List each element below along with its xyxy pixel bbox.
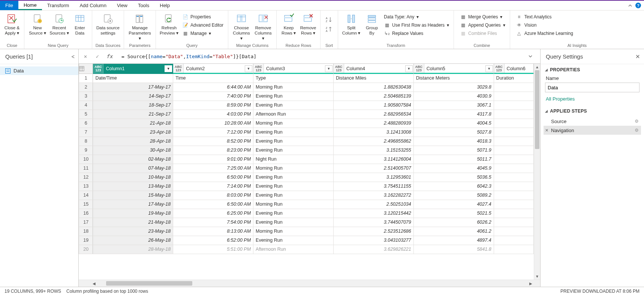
datatype-icon[interactable]: ABC123 xyxy=(253,64,264,74)
row-number[interactable]: 14 xyxy=(79,191,93,200)
cell[interactable]: 5027.8 xyxy=(413,128,494,137)
gear-icon[interactable]: ⚙ xyxy=(635,119,639,124)
table-row[interactable]: 1415-May-188:03:00 PMEvening Run3.162282… xyxy=(79,191,534,200)
column-filter-icon[interactable]: ▼ xyxy=(485,65,493,72)
cell[interactable] xyxy=(494,128,533,137)
cell[interactable]: 3.12953601 xyxy=(333,173,413,182)
replace-values-button[interactable]: ↳₂Replace Values xyxy=(382,29,451,38)
cell[interactable]: Evening Run xyxy=(253,182,334,191)
cell[interactable]: 23-Apr-18 xyxy=(93,128,173,137)
close-apply-button[interactable]: Close & Apply ▾ xyxy=(2,12,22,36)
data-grid[interactable]: ABC123 Column1 ▼ ABC123 Column2 ▼ xyxy=(79,64,534,280)
vertical-scrollbar[interactable]: ▲ ▼ xyxy=(534,64,540,280)
cell[interactable]: 02-May-18 xyxy=(93,155,173,164)
cell[interactable]: Duration xyxy=(494,74,533,83)
row-number[interactable]: 20 xyxy=(79,245,93,254)
remove-rows-button[interactable]: Remove Rows ▾ xyxy=(298,12,318,36)
row-number[interactable]: 7 xyxy=(79,128,93,137)
cell[interactable]: 4897.4 xyxy=(413,236,494,245)
cell[interactable]: 15-May-18 xyxy=(93,191,173,200)
properties-button[interactable]: 📄Properties xyxy=(180,13,226,21)
scroll-thumb[interactable] xyxy=(535,70,539,149)
scroll-up-icon[interactable]: ▲ xyxy=(534,64,540,70)
cell[interactable]: 3029.8 xyxy=(413,83,494,92)
cell[interactable]: 17-May-18 xyxy=(93,200,173,209)
table-row[interactable]: 217-May-176:44:00 AMMorning Run1.8826304… xyxy=(79,83,534,92)
cell[interactable]: 8:13:00 AM xyxy=(173,227,253,236)
collapse-icon[interactable]: ◢ xyxy=(545,68,548,72)
table-row[interactable]: 1313-May-187:14:00 PMEvening Run3.754511… xyxy=(79,182,534,191)
cell[interactable]: 6:50:00 PM xyxy=(173,173,253,182)
table-row[interactable]: 723-Apr-187:12:00 PMEvening Run3.1241300… xyxy=(79,128,534,137)
cell[interactable]: 9:01:00 PM xyxy=(173,155,253,164)
row-number[interactable]: 11 xyxy=(79,164,93,173)
cell[interactable]: 4004.5 xyxy=(413,119,494,128)
cell[interactable] xyxy=(494,218,533,227)
menu-add-column[interactable]: Add Column xyxy=(74,1,112,10)
row-number[interactable]: 5 xyxy=(79,110,93,119)
cell[interactable]: 28-Apr-18 xyxy=(93,137,173,146)
cell[interactable]: Evening Run xyxy=(253,218,334,227)
collapse-icon[interactable]: ◢ xyxy=(545,109,548,113)
cell[interactable] xyxy=(494,119,533,128)
cell[interactable] xyxy=(494,209,533,218)
cell[interactable]: 4061.2 xyxy=(413,227,494,236)
row-number[interactable]: 13 xyxy=(79,182,93,191)
cell[interactable]: 3.120215442 xyxy=(333,209,413,218)
column-header-5[interactable]: ABC123 Column5 ▼ xyxy=(413,64,494,74)
row-number[interactable]: 17 xyxy=(79,218,93,227)
formula-expand-icon[interactable] xyxy=(528,54,537,59)
column-header-6[interactable]: ABC123 Column6 xyxy=(494,64,533,74)
cell[interactable] xyxy=(494,191,533,200)
cell[interactable] xyxy=(494,92,533,101)
cell[interactable]: 6:52:00 PM xyxy=(173,236,253,245)
text-analytics-button[interactable]: ≡Text Analytics xyxy=(514,13,575,21)
cell[interactable]: 3.043103277 xyxy=(333,236,413,245)
cell[interactable]: 5841.8 xyxy=(413,245,494,254)
remove-columns-button[interactable]: Remove Columns ▾ xyxy=(252,12,274,41)
cell[interactable]: Morning Run xyxy=(253,119,334,128)
column-filter-icon[interactable]: ▼ xyxy=(245,65,252,72)
cell[interactable]: 19-May-18 xyxy=(93,209,173,218)
cell[interactable]: Time xyxy=(173,74,253,83)
table-row[interactable]: 2028-May-185:51:00 PMAfternoon Run3.6298… xyxy=(79,245,534,254)
query-name-input[interactable] xyxy=(545,83,640,92)
cell[interactable]: 8:03:00 PM xyxy=(173,191,253,200)
keep-rows-button[interactable]: Keep Rows ▾ xyxy=(279,12,298,36)
menu-view[interactable]: View xyxy=(112,1,133,10)
column-header-2[interactable]: ABC123 Column2 ▼ xyxy=(173,64,253,74)
cell[interactable]: 5021.5 xyxy=(413,209,494,218)
cell[interactable]: Afternoon Run xyxy=(253,245,334,254)
cell[interactable]: 8:23:00 PM xyxy=(173,146,253,155)
cell[interactable]: Morning Run xyxy=(253,164,334,173)
cell[interactable]: 14-Sep-17 xyxy=(93,92,173,101)
row-number[interactable]: 8 xyxy=(79,137,93,146)
row-number[interactable]: 12 xyxy=(79,173,93,182)
datatype-icon[interactable]: ABC123 xyxy=(93,64,103,74)
cell[interactable]: Type xyxy=(253,74,334,83)
cell[interactable]: Distance Meters xyxy=(413,74,494,83)
cell[interactable] xyxy=(494,155,533,164)
menu-tools[interactable]: Tools xyxy=(133,1,154,10)
cell[interactable]: 6:25:00 PM xyxy=(173,209,253,218)
cell[interactable]: 7:54:00 PM xyxy=(173,218,253,227)
cell[interactable]: 6042.3 xyxy=(413,182,494,191)
cell[interactable]: 5011.7 xyxy=(413,155,494,164)
row-number[interactable]: 18 xyxy=(79,227,93,236)
cell[interactable]: Distance Miles xyxy=(333,74,413,83)
row-number[interactable]: 6 xyxy=(79,119,93,128)
cell[interactable]: Evening Run xyxy=(253,209,334,218)
cell[interactable] xyxy=(494,101,533,110)
cell[interactable]: 8:59:00 PM xyxy=(173,101,253,110)
recent-sources-button[interactable]: Recent Sources ▾ xyxy=(48,12,70,36)
cell[interactable]: 4317.8 xyxy=(413,110,494,119)
query-item-data[interactable]: Data xyxy=(0,66,78,75)
cell[interactable]: 3067.1 xyxy=(413,101,494,110)
applied-step-navigation[interactable]: ✕ Navigation ⚙ xyxy=(544,126,641,135)
column-filter-icon[interactable]: ▼ xyxy=(165,65,172,72)
data-type-button[interactable]: Data Type: Any ▾ xyxy=(382,13,451,21)
column-header-1[interactable]: ABC123 Column1 ▼ xyxy=(93,64,173,74)
cell[interactable]: 21-May-18 xyxy=(93,218,173,227)
cell[interactable]: 28-May-18 xyxy=(93,245,173,254)
vision-button[interactable]: 👁Vision xyxy=(514,21,575,29)
